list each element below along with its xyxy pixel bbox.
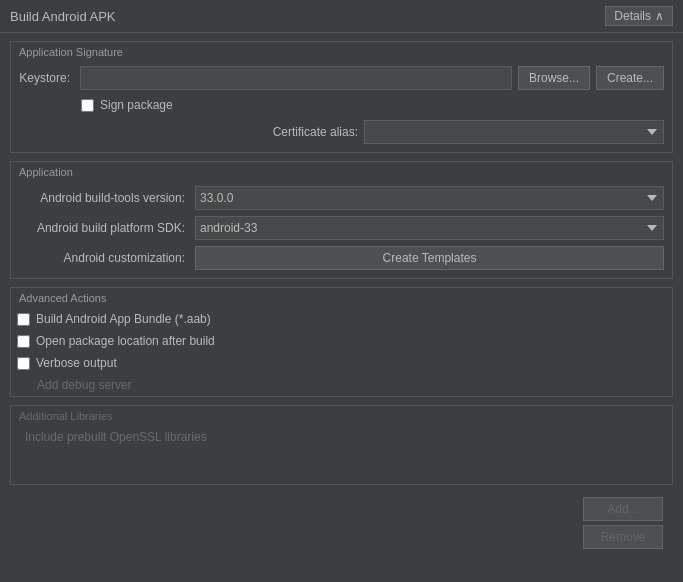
dialog-title: Build Android APK xyxy=(10,9,116,24)
details-button[interactable]: Details ∧ xyxy=(605,6,673,26)
application-section-title: Application xyxy=(11,162,672,180)
additional-libraries-body: Include prebuilt OpenSSL libraries xyxy=(11,424,672,484)
create-keystore-button[interactable]: Create... xyxy=(596,66,664,90)
keystore-label: Keystore: xyxy=(19,71,74,85)
additional-libraries-section: Additional Libraries Include prebuilt Op… xyxy=(10,405,673,485)
remove-button[interactable]: Remove xyxy=(583,525,663,549)
chevron-up-icon: ∧ xyxy=(655,9,664,23)
browse-button[interactable]: Browse... xyxy=(518,66,590,90)
open-location-label: Open package location after build xyxy=(36,334,215,348)
add-debug-server-text: Add debug server xyxy=(17,376,672,392)
bundle-checkbox[interactable] xyxy=(17,313,30,326)
application-section: Application Android build-tools version:… xyxy=(10,161,673,279)
build-platform-label: Android build platform SDK: xyxy=(19,221,189,235)
include-openssl-label: Include prebuilt OpenSSL libraries xyxy=(19,430,664,444)
footer-buttons: Add... Remove xyxy=(10,493,673,557)
keystore-row: Keystore: Browse... Create... xyxy=(19,66,664,90)
app-signature-body: Keystore: Browse... Create... Sign packa… xyxy=(11,60,672,152)
verbose-label: Verbose output xyxy=(36,356,117,370)
build-platform-select[interactable]: android-33 android-32 android-31 xyxy=(195,216,664,240)
certificate-alias-label: Certificate alias: xyxy=(273,125,358,139)
application-section-body: Android build-tools version: 33.0.0 32.0… xyxy=(11,180,672,278)
customization-row: Android customization: Create Templates xyxy=(19,246,664,270)
advanced-actions-body: Build Android App Bundle (*.aab) Open pa… xyxy=(11,306,672,396)
keystore-input[interactable] xyxy=(80,66,512,90)
certificate-alias-row: Certificate alias: xyxy=(19,120,664,144)
advanced-actions-title: Advanced Actions xyxy=(11,288,672,306)
sign-package-row: Sign package xyxy=(19,96,664,114)
bundle-row: Build Android App Bundle (*.aab) xyxy=(17,310,672,328)
verbose-checkbox[interactable] xyxy=(17,357,30,370)
advanced-actions-section: Advanced Actions Build Android App Bundl… xyxy=(10,287,673,397)
open-location-row: Open package location after build xyxy=(17,332,672,350)
sign-package-checkbox[interactable] xyxy=(81,99,94,112)
customization-label: Android customization: xyxy=(19,251,189,265)
create-templates-button[interactable]: Create Templates xyxy=(195,246,664,270)
build-tools-label: Android build-tools version: xyxy=(19,191,189,205)
build-android-apk-dialog: Build Android APK Details ∧ Application … xyxy=(0,0,683,582)
application-signature-section: Application Signature Keystore: Browse..… xyxy=(10,41,673,153)
dialog-header: Build Android APK Details ∧ xyxy=(0,0,683,33)
additional-libraries-title: Additional Libraries xyxy=(11,406,672,424)
certificate-alias-select[interactable] xyxy=(364,120,664,144)
sign-package-label: Sign package xyxy=(100,98,173,112)
verbose-row: Verbose output xyxy=(17,354,672,372)
build-tools-select[interactable]: 33.0.0 32.0.0 31.0.0 xyxy=(195,186,664,210)
open-location-checkbox[interactable] xyxy=(17,335,30,348)
add-button[interactable]: Add... xyxy=(583,497,663,521)
build-tools-row: Android build-tools version: 33.0.0 32.0… xyxy=(19,186,664,210)
app-signature-title: Application Signature xyxy=(11,42,672,60)
dialog-content: Application Signature Keystore: Browse..… xyxy=(0,33,683,582)
details-label: Details xyxy=(614,9,651,23)
bundle-label: Build Android App Bundle (*.aab) xyxy=(36,312,211,326)
build-platform-row: Android build platform SDK: android-33 a… xyxy=(19,216,664,240)
